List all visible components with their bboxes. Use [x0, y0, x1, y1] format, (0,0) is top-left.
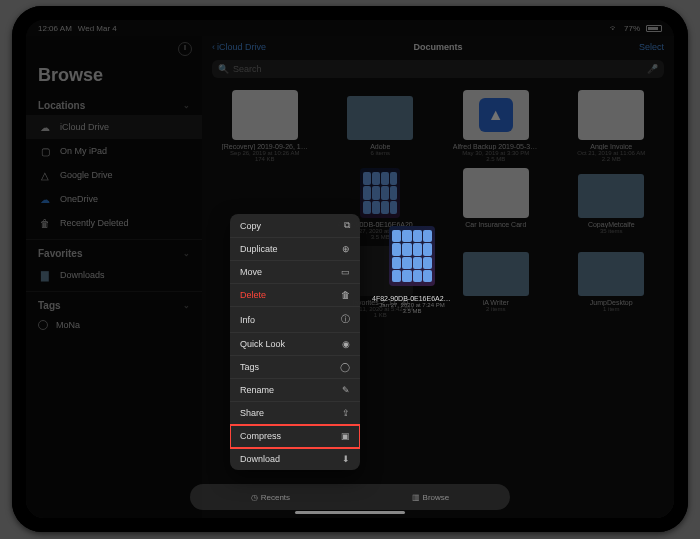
menu-label: Quick Look: [240, 339, 285, 349]
googledrive-icon: △: [38, 168, 52, 182]
info-icon: ⓘ: [341, 313, 350, 326]
menu-item-move[interactable]: Move▭: [230, 261, 360, 284]
ipad-frame: 12:06 AM Wed Mar 4 ᯤ 77% Browse Location…: [12, 6, 688, 532]
file-meta: 35 items: [600, 228, 623, 234]
menu-item-info[interactable]: Infoⓘ: [230, 307, 360, 333]
chevron-left-icon: ‹: [212, 42, 215, 52]
back-button[interactable]: ‹ iCloud Drive: [212, 42, 266, 52]
file-name: Alfred Backup 2019-05-30.tar.gz: [453, 143, 539, 150]
sidebar-item-downloads[interactable]: ▇ Downloads: [26, 263, 202, 287]
tab-recents[interactable]: ◷ Recents: [251, 493, 290, 502]
search-input[interactable]: 🔍 Search 🎤: [212, 60, 664, 78]
divider: [26, 291, 202, 292]
rename-icon: ✎: [342, 385, 350, 395]
sidebar-item-onmyipad[interactable]: ▢ On My iPad: [26, 139, 202, 163]
file-thumbnail: [232, 90, 298, 140]
move-icon: ▭: [341, 267, 350, 277]
file-size: 3.5 MB: [372, 308, 452, 314]
selected-file-preview[interactable]: 4F82-90DB-0E16E6A209CF Jan 27, 2020 at 7…: [372, 220, 452, 314]
file-meta: 2 items: [486, 306, 505, 312]
compress-icon: ▣: [341, 431, 350, 441]
menu-label: Compress: [240, 431, 281, 441]
battery-pct: 77%: [624, 24, 640, 33]
file-item[interactable]: JumpDesktop1 item: [559, 246, 665, 318]
menu-label: Move: [240, 267, 262, 277]
chevron-down-icon: ⌄: [183, 249, 190, 258]
iphone-screenshot-icon: [389, 226, 435, 286]
favorites-header[interactable]: Favorites ⌄: [26, 244, 202, 263]
bottom-tab-bar: ◷ Recents ▥ Browse: [190, 484, 510, 510]
divider: [26, 239, 202, 240]
file-name: Angle Invoice: [590, 143, 632, 150]
quick look-icon: ◉: [342, 339, 350, 349]
menu-label: Duplicate: [240, 244, 278, 254]
onedrive-icon: ☁︎: [38, 192, 52, 206]
file-item[interactable]: Angle InvoiceOct 21, 2019 at 11:06 AM2.2…: [559, 90, 665, 162]
page-title: Documents: [413, 42, 462, 52]
file-size: 174 KB: [255, 156, 275, 162]
file-item[interactable]: iA Writer2 items: [443, 246, 549, 318]
search-icon: 🔍: [218, 64, 229, 74]
menu-item-delete[interactable]: Delete🗑: [230, 284, 360, 307]
menu-item-copy[interactable]: Copy⧉: [230, 214, 360, 238]
sidebar-item-recentlydeleted[interactable]: 🗑 Recently Deleted: [26, 211, 202, 235]
file-name: CopayMetcalfe: [588, 221, 635, 228]
file-item[interactable]: ▲Alfred Backup 2019-05-30.tar.gzMay 30, …: [443, 90, 549, 162]
sidebar-item-googledrive[interactable]: △ Google Drive: [26, 163, 202, 187]
folder-icon: ▥: [412, 493, 420, 502]
file-name: Car Insurance Card: [465, 221, 526, 228]
ipad-icon: ▢: [38, 144, 52, 158]
folder-icon: [347, 96, 413, 140]
share-icon: ⇪: [342, 408, 350, 418]
menu-item-share[interactable]: Share⇪: [230, 402, 360, 425]
context-menu: Copy⧉Duplicate⊕Move▭Delete🗑InfoⓘQuick Lo…: [230, 214, 360, 470]
tab-browse[interactable]: ▥ Browse: [412, 493, 450, 502]
sidebar: Browse Locations ⌄ ☁︎ iCloud Drive ▢ On …: [26, 36, 202, 518]
trash-icon: 🗑: [38, 216, 52, 230]
folder-icon: [578, 174, 644, 218]
home-indicator[interactable]: [295, 511, 405, 514]
file-item[interactable]: Car Insurance Card: [443, 168, 549, 240]
menu-item-download[interactable]: Download⬇: [230, 448, 360, 470]
menu-label: Tags: [240, 362, 259, 372]
file-meta: 6 items: [371, 150, 390, 156]
mic-icon[interactable]: 🎤: [647, 64, 658, 74]
sidebar-item-icloud[interactable]: ☁︎ iCloud Drive: [26, 115, 202, 139]
locations-header[interactable]: Locations ⌄: [26, 96, 202, 115]
menu-label: Share: [240, 408, 264, 418]
menu-label: Delete: [240, 290, 266, 300]
folder-icon: [578, 252, 644, 296]
file-thumbnail: [578, 90, 644, 140]
menu-item-tags[interactable]: Tags◯: [230, 356, 360, 379]
tag-icon: [38, 320, 48, 330]
download-icon: ⬇: [342, 454, 350, 464]
sidebar-item-tag-mona[interactable]: MoNa: [26, 315, 202, 335]
clock-icon: ◷: [251, 493, 258, 502]
file-item[interactable]: [Recovery] 2019-09-26, 11_59 AM (218 ite…: [212, 90, 318, 162]
menu-label: Rename: [240, 385, 274, 395]
recents-icon[interactable]: [178, 42, 192, 56]
status-bar: 12:06 AM Wed Mar 4 ᯤ 77%: [26, 20, 674, 36]
cloud-icon: ☁︎: [38, 120, 52, 134]
folder-icon: [463, 252, 529, 296]
menu-item-duplicate[interactable]: Duplicate⊕: [230, 238, 360, 261]
wifi-icon: ᯤ: [610, 24, 618, 33]
tags-icon: ◯: [340, 362, 350, 372]
select-button[interactable]: Select: [639, 42, 664, 52]
menu-item-quick-look[interactable]: Quick Look◉: [230, 333, 360, 356]
menu-item-rename[interactable]: Rename✎: [230, 379, 360, 402]
file-name: 4F82-90DB-0E16E6A209CF: [372, 295, 452, 302]
chevron-down-icon: ⌄: [183, 101, 190, 110]
sidebar-item-onedrive[interactable]: ☁︎ OneDrive: [26, 187, 202, 211]
nav-bar: ‹ iCloud Drive Documents Select: [202, 36, 674, 58]
file-size: 2.5 MB: [486, 156, 505, 162]
tags-header[interactable]: Tags ⌄: [26, 296, 202, 315]
menu-label: Info: [240, 315, 255, 325]
file-item[interactable]: Adobe6 items: [328, 90, 434, 162]
file-item[interactable]: CopayMetcalfe35 items: [559, 168, 665, 240]
folder-icon: ▇: [38, 268, 52, 282]
menu-item-compress[interactable]: Compress▣: [230, 425, 360, 448]
status-date: Wed Mar 4: [78, 24, 117, 33]
chevron-down-icon: ⌄: [183, 301, 190, 310]
copy-icon: ⧉: [344, 220, 350, 231]
